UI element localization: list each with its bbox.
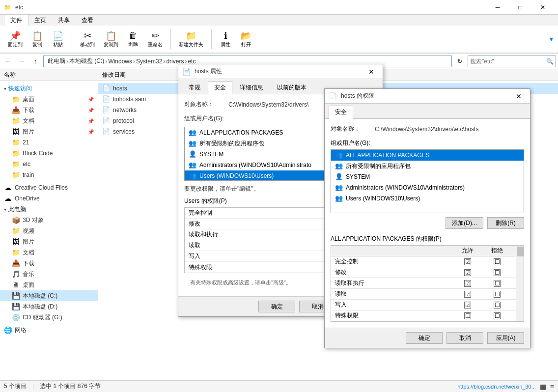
checkbox[interactable]: ☐	[494, 302, 501, 308]
group-icon: 👤	[189, 150, 196, 158]
perm-group-users[interactable]: 👥 Users (WINDOWS10\Users)	[331, 193, 524, 204]
perm-group-icon: 👤	[335, 173, 343, 181]
group-icon: 👥	[189, 129, 196, 137]
perm-table-container: 允许 拒绝 完全控制 ☑ ☐ 修改 ☑ ☐	[331, 245, 524, 322]
group-icon: 👥	[189, 140, 196, 147]
perm-table-inner: 允许 拒绝 完全控制 ☑ ☐ 修改 ☑ ☐	[331, 246, 516, 321]
hosts-props-title: hosts 属性	[195, 67, 364, 76]
hosts-perm-ok[interactable]: 确定	[406, 332, 443, 344]
hosts-perm-title: hosts 的权限	[341, 92, 511, 100]
checkbox[interactable]: ☑	[464, 269, 471, 276]
perm-table-header: 允许 拒绝	[331, 246, 516, 256]
hosts-perm-apply[interactable]: 应用(A)	[487, 332, 524, 344]
checkbox[interactable]: ☑	[464, 280, 471, 287]
hosts-perm-buttons: 确定 取消 应用(A)	[325, 328, 530, 348]
perm-group-icon: 👥	[335, 195, 343, 202]
tab-details[interactable]: 详细信息	[233, 81, 270, 94]
perm-title: Users 的权限(P)	[184, 197, 227, 205]
perm-group-icon: 👥	[335, 162, 343, 170]
add-group-button[interactable]: 添加(D)...	[446, 217, 483, 229]
checkbox[interactable]: ☐	[494, 280, 501, 287]
perm-section-title: ALL APPLICATION PACKAGES 的权限(P)	[331, 235, 524, 243]
perm-row-write: 写入 ☑ ☐	[331, 300, 516, 310]
perm-row-fullctrl: 完全控制 ☑ ☐	[331, 256, 516, 267]
dialog-overlay: 📄 hosts 属性 ✕ 常规 安全 详细信息 以前的版本 对象名称： C:\W…	[0, 0, 558, 392]
tab-prev-versions[interactable]: 以前的版本	[271, 81, 313, 94]
object-label: 对象名称：	[184, 100, 228, 109]
checkbox[interactable]: ☐	[494, 258, 501, 265]
perm-dialog-content: 对象名称： C:\Windows\System32\drivers\etc\ho…	[325, 119, 530, 328]
group-icon: 👥	[189, 161, 196, 169]
perm-group-restricted[interactable]: 👥 所有受限制的应用程序包	[331, 161, 524, 171]
hosts-perm-title-bar: 📄 hosts 的权限 ✕	[325, 89, 530, 104]
checkbox[interactable]: ☑	[464, 291, 471, 298]
tab-security[interactable]: 安全	[208, 81, 232, 94]
checkbox[interactable]: ☐	[464, 312, 471, 319]
perm-row-read: 读取 ☑ ☐	[331, 289, 516, 300]
dialog-file-icon: 📄	[182, 68, 191, 76]
window: 📁 etc ─ □ ✕ 文件 主页 共享 查看 📌固定到 📋复制 📄粘贴 ✂移动…	[0, 0, 558, 392]
perm-group-icon: 👥	[335, 184, 343, 192]
checkbox[interactable]: ☐	[494, 312, 501, 319]
hosts-props-title-bar: 📄 hosts 属性 ✕	[178, 64, 383, 79]
perm-object-row: 对象名称： C:\Windows\System32\drivers\etc\ho…	[331, 125, 524, 133]
hosts-perm-close[interactable]: ✕	[511, 90, 526, 102]
perm-group-list: 👥 ALL APPLICATION PACKAGES 👥 所有受限制的应用程序包…	[331, 149, 524, 213]
perm-object-label: 对象名称：	[331, 125, 375, 133]
perm-scrollbar[interactable]	[516, 246, 524, 321]
perm-row-readexec: 读取和执行 ☑ ☐	[331, 278, 516, 289]
group-icon: 👥	[189, 172, 196, 180]
perm-row-special: 特殊权限 ☐ ☐	[331, 310, 516, 321]
hosts-props-ok[interactable]: 确定	[258, 301, 295, 312]
perm-group-all-app[interactable]: 👥 ALL APPLICATION PACKAGES	[331, 150, 524, 161]
dialog-file-icon2: 📄	[329, 92, 337, 100]
perm-group-icon: 👥	[335, 151, 343, 159]
remove-group-button[interactable]: 删除(R)	[487, 217, 524, 229]
hosts-props-close[interactable]: ✕	[364, 66, 379, 78]
perm-action-buttons: 添加(D)... 删除(R)	[331, 217, 524, 229]
perm-group-label: 组或用户名(G):	[331, 139, 524, 147]
checkbox[interactable]: ☑	[464, 302, 471, 308]
perm-group-system[interactable]: 👤 SYSTEM	[331, 171, 524, 182]
tab-general[interactable]: 常规	[182, 81, 207, 94]
perm-tab-security[interactable]: 安全	[329, 106, 353, 119]
hosts-perm-cancel[interactable]: 取消	[446, 332, 483, 344]
checkbox[interactable]: ☑	[464, 258, 471, 265]
checkbox[interactable]: ☐	[494, 291, 501, 298]
perm-dialog-tabs: 安全	[325, 104, 530, 119]
perm-object-value: C:\Windows\System32\drivers\etc\hosts	[375, 126, 524, 133]
hosts-perm-dialog: 📄 hosts 的权限 ✕ 安全 对象名称： C:\Windows\System…	[324, 88, 530, 348]
checkbox[interactable]: ☐	[494, 269, 501, 276]
perm-row-modify: 修改 ☑ ☐	[331, 267, 516, 278]
perm-group-admins[interactable]: 👥 Administrators (WINDOWS10\Administrato…	[331, 182, 524, 193]
